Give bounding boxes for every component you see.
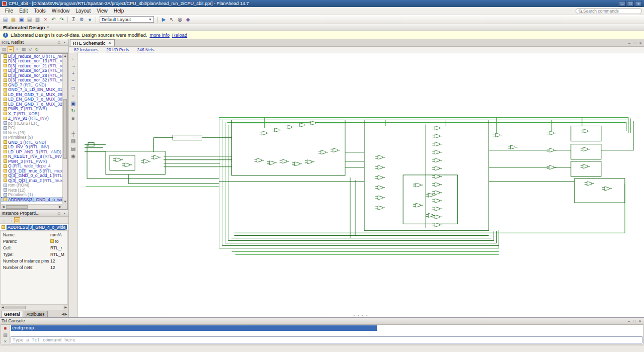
- schematic-canvas[interactable]: ▪ ▪ ▪ ▪: [78, 53, 644, 317]
- splitter-handle[interactable]: ▪ ▪ ▪ ▪: [354, 313, 369, 317]
- debug-icon[interactable]: ◆: [184, 16, 192, 23]
- panel-minimize-icon[interactable]: –: [626, 318, 631, 323]
- back-icon[interactable]: ←: [1, 217, 7, 223]
- stop-icon[interactable]: ■: [3, 325, 9, 331]
- netlist-tree-item[interactable]: GND_7(RTL_GND): [1, 82, 62, 87]
- autofit-icon[interactable]: ▣: [70, 100, 77, 107]
- selected-instance-name[interactable]: ADDRESS[3]_GND_4_o_wide_mux: [7, 225, 67, 230]
- maximize-icon[interactable]: □: [627, 1, 634, 7]
- collapse-icon[interactable]: −: [70, 122, 77, 129]
- edit-icon[interactable]: ▤: [14, 217, 20, 223]
- clear-icon[interactable]: ×: [3, 338, 9, 344]
- netlist-tree-item[interactable]: GND_3(RTL_GND): [1, 140, 62, 145]
- panel-close-icon[interactable]: ×: [637, 318, 642, 323]
- tab-attributes[interactable]: Attributes: [24, 311, 48, 317]
- panel-float-icon[interactable]: □: [56, 40, 61, 45]
- netlist-tree-item[interactable]: Q[3]_Q[3]_mux_2(RTL_mux_3: [1, 178, 62, 183]
- tab-general[interactable]: General: [1, 311, 23, 317]
- reload-link[interactable]: Reload: [172, 32, 187, 38]
- new-icon[interactable]: ▤: [2, 16, 9, 23]
- panel-close-icon[interactable]: ×: [62, 40, 67, 45]
- menu-file[interactable]: File: [2, 8, 16, 14]
- camera-icon[interactable]: ◉: [70, 152, 77, 159]
- menu-window[interactable]: Window: [49, 8, 73, 14]
- netlist-tree-item[interactable]: Primitives(1): [1, 193, 62, 198]
- forward-icon[interactable]: →: [8, 217, 14, 223]
- netlist-tree-item[interactable]: D[3]_reduce_nor_25(RTL_red: [1, 68, 62, 73]
- forward-icon[interactable]: →: [70, 62, 77, 69]
- netlist-tree-item[interactable]: Primitives(9): [1, 135, 62, 140]
- netlist-tree-item[interactable]: Nets(29): [1, 130, 62, 135]
- minimize-icon[interactable]: –: [619, 1, 626, 7]
- report-icon[interactable]: Σ: [70, 16, 77, 23]
- properties-horizontal-scrollbar[interactable]: ◀ ▶: [1, 305, 68, 310]
- select-area-icon[interactable]: ▫: [70, 92, 77, 99]
- panel-minimize-icon[interactable]: –: [627, 40, 632, 45]
- 82-instances-link[interactable]: 82 Instances: [74, 47, 98, 52]
- netlist-vertical-scrollbar[interactable]: ▲ ▼: [62, 54, 67, 204]
- tcl-command-input[interactable]: [11, 336, 642, 343]
- scroll-right-icon[interactable]: ▶: [58, 205, 62, 209]
- properties-icon[interactable]: ▤: [1, 46, 7, 52]
- pointer-icon[interactable]: ↖: [168, 16, 176, 23]
- netlist-tree-item[interactable]: rom(ROM): [1, 183, 62, 188]
- print-icon[interactable]: ▤: [70, 145, 77, 152]
- zoom-out-icon[interactable]: −: [70, 77, 77, 84]
- netlist-tree-item[interactable]: Z_INV_91(RTL_INV): [1, 116, 62, 121]
- netlist-tree-item[interactable]: X_7(RTL_XOR): [1, 111, 62, 116]
- gear-icon[interactable]: ⚙: [78, 16, 86, 23]
- delete-icon[interactable]: ×: [42, 16, 49, 23]
- netlist-tree-item[interactable]: D[3]_reduce_nor_13(RTL_red: [1, 59, 62, 64]
- zoom-fit-icon[interactable]: □: [70, 84, 77, 92]
- scroll-thumb[interactable]: [63, 99, 67, 159]
- menu-tools[interactable]: Tools: [31, 8, 48, 14]
- panel-float-icon[interactable]: □: [632, 318, 637, 323]
- panel-close-icon[interactable]: ×: [638, 40, 643, 45]
- copy-icon[interactable]: ▤: [3, 332, 9, 338]
- highlight-icon[interactable]: ▨: [70, 137, 77, 144]
- netlist-tree-item[interactable]: D[3]_reduce_nor_8(RTL_redu: [1, 54, 62, 59]
- scroll-right-icon[interactable]: ▶: [63, 305, 68, 310]
- world-icon[interactable]: ●: [86, 16, 94, 23]
- copy-icon[interactable]: ▤: [26, 16, 33, 23]
- expand-all-icon[interactable]: +: [14, 46, 20, 52]
- netlist-tree-item[interactable]: pc(REGISTER_: [1, 121, 62, 126]
- netlist-tree-item[interactable]: LD_EN_GND_7_o_MUX_29(RT: [1, 92, 62, 97]
- netlist-tree-item[interactable]: Q[3]_GND_0_o_add_1(RTL_ad: [1, 173, 62, 179]
- menu-help[interactable]: Help: [111, 8, 127, 14]
- panel-float-icon[interactable]: □: [56, 211, 61, 216]
- netlist-tree-item[interactable]: ADDRESS[3]_GND_4_o_wide_: [1, 197, 62, 202]
- panel-minimize-icon[interactable]: –: [51, 40, 56, 45]
- netlist-tree-item[interactable]: Q[3]_D[3]_mux_3(RTL_mux_: [1, 168, 62, 173]
- scroll-left-icon[interactable]: ◀: [1, 305, 5, 310]
- open-icon[interactable]: ▦: [10, 16, 17, 23]
- refresh-icon[interactable]: ↻: [34, 46, 40, 52]
- collapse-all-icon[interactable]: −: [8, 46, 14, 52]
- undo-icon[interactable]: ↶: [50, 16, 57, 23]
- netlist-tree-item[interactable]: GND_7_o_LD_EN_MUX_31(RT: [1, 87, 62, 93]
- scroll-left-icon[interactable]: ◀: [1, 205, 6, 209]
- tabs-scroll-left-icon[interactable]: ◀: [61, 312, 64, 316]
- netlist-tree-item[interactable]: Q(RTL_wide_fdcpe_4: [1, 164, 62, 169]
- netlist-tree-item[interactable]: LD_INV_9(RTL_INV): [1, 145, 62, 150]
- netlist-tree-item[interactable]: D[3]_reduce_nor_32(RTL_red: [1, 78, 62, 83]
- netlist-tree-item[interactable]: PWR_3(RTL_PWR): [1, 159, 62, 164]
- zoom-select-icon[interactable]: ◎: [176, 16, 184, 23]
- tab-rtl-schematic[interactable]: RTL Schematic ✕: [70, 39, 115, 46]
- save-icon[interactable]: ▣: [18, 16, 25, 23]
- netlist-tree-item[interactable]: N_RESET_INV_8(RTL_INV): [1, 154, 62, 159]
- 20-i-o-ports-link[interactable]: 20 I/O Ports: [106, 47, 129, 52]
- tcl-history-line[interactable]: endgroup: [11, 325, 377, 331]
- route-icon[interactable]: ┼: [70, 130, 77, 137]
- layout-select[interactable]: Default Layout ▼: [100, 16, 154, 23]
- netlist-tree-item[interactable]: Nets(12): [1, 188, 62, 193]
- paste-icon[interactable]: ▥: [34, 16, 41, 23]
- group-icon[interactable]: ▦: [21, 46, 27, 52]
- menu-edit[interactable]: Edit: [16, 8, 31, 14]
- netlist-horizontal-scrollbar[interactable]: ◀ ▶: [1, 204, 62, 209]
- netlist-tree-item[interactable]: LD_EN_GND_7_o_MUX_30(RT: [1, 97, 62, 102]
- expand-icon[interactable]: ≡: [70, 115, 77, 122]
- netlist-tree-item[interactable]: D[3]_reduce_nor_28(RTL_red: [1, 73, 62, 78]
- flag-icon[interactable]: ▶: [160, 16, 168, 23]
- panel-close-icon[interactable]: ×: [62, 211, 67, 216]
